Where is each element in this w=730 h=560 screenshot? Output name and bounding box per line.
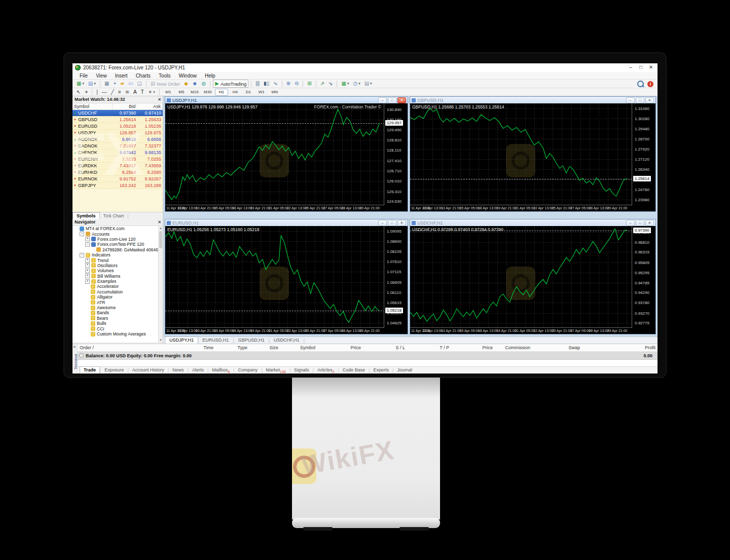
chart-close-icon[interactable]: ✕ xyxy=(645,220,654,226)
expert-advisors-button[interactable]: ☻ xyxy=(191,80,199,87)
channel-button[interactable]: ≡ xyxy=(117,89,123,96)
column-header-symbol[interactable]: Symbol xyxy=(72,103,113,109)
terminal-tab-news[interactable]: News xyxy=(169,367,188,374)
expand-icon[interactable]: + xyxy=(85,263,90,268)
tree-item-accelerator[interactable]: fAccelerator xyxy=(72,284,163,289)
market-watch-row-usdjpy[interactable]: ▼USDJPY129.957129.975 xyxy=(72,130,163,136)
terminal-tab-experts[interactable]: Experts xyxy=(370,367,393,374)
terminal-column-symbol[interactable]: Symbol xyxy=(280,344,317,351)
terminal-tab-code-base[interactable]: Code Base xyxy=(339,367,369,374)
balance-row[interactable]: Balance: 0.00 USD Equity: 0.00 Free marg… xyxy=(78,352,658,360)
navigator-button[interactable]: ▰ xyxy=(119,80,126,87)
chart-titlebar[interactable]: USDJPY,H1 – □ ✕ xyxy=(165,97,408,103)
price-axis[interactable]: 1.090951.086001.081051.076101.071151.066… xyxy=(384,226,408,328)
menu-item-insert[interactable]: Insert xyxy=(111,73,132,79)
bar-chart-button[interactable]: ||| xyxy=(254,80,261,87)
tree-item-forex-com-live-120[interactable]: +Forex.com-Live 120 xyxy=(72,237,163,242)
trendline-button[interactable]: ╱ xyxy=(110,89,116,96)
chart-close-icon[interactable]: ✕ xyxy=(397,97,406,103)
time-axis[interactable]: 11 Apr 202212 Apr 13:0013 Apr 21:0015 Ap… xyxy=(410,328,632,334)
chart-restore-icon[interactable]: □ xyxy=(636,97,644,103)
market-watch-button[interactable]: ▦ xyxy=(103,80,111,87)
market-watch-header[interactable]: Market Watch: 14:46:32 ✕ xyxy=(72,96,163,103)
indicators-up-button[interactable]: ⇗ xyxy=(319,80,326,87)
market-watch-row-eurdkk[interactable]: ▼EURDKK7.439177.43959 xyxy=(72,163,163,169)
market-watch-row-cadnok[interactable]: ▼CADNOK7.319977.32377 xyxy=(72,143,163,150)
chart-plot[interactable]: USDJPY,H1 129.876 129.998 129.846 129.95… xyxy=(165,103,384,205)
market-watch-row-gbpusd[interactable]: ▼GBPUSD1.256141.25633 xyxy=(72,117,163,123)
menu-item-view[interactable]: View xyxy=(92,73,111,79)
horizontal-line-button[interactable]: — xyxy=(100,89,108,96)
tree-item-cci[interactable]: fCCI xyxy=(72,326,163,331)
market-watch-row-eurnok[interactable]: ▼EURNOK9.917529.92267 xyxy=(72,176,163,182)
expand-icon[interactable]: + xyxy=(85,274,90,278)
zoom-in-button[interactable]: ⊕ xyxy=(285,80,292,87)
timeframe-button-w1[interactable]: W1 xyxy=(256,89,268,95)
expand-icon[interactable]: + xyxy=(85,279,90,284)
terminal-column-order[interactable]: Order / xyxy=(78,344,154,351)
terminal-tab-journal[interactable]: Journal xyxy=(393,367,416,374)
market-watch-row-chfnok[interactable]: ▲CHFNOK9.676429.68135 xyxy=(72,150,163,156)
tree-item-forex-comtest-ppe-120[interactable]: −Forex.comTest-PPE 120 xyxy=(72,242,163,247)
terminal-column-time[interactable]: Time xyxy=(154,344,215,351)
new-order-button[interactable]: ▤New Order xyxy=(149,80,181,87)
tree-item-custom-moving-averages[interactable]: fCustom Moving Averages xyxy=(72,331,163,337)
expand-icon[interactable]: + xyxy=(85,269,90,273)
chart-plot[interactable]: EURUSD,H1 1.05256 1.05273 1.05160 1.0521… xyxy=(165,226,384,328)
market-watch-row-eurhkd[interactable]: ▼EURHKD8.25648.2580 xyxy=(72,169,163,176)
timeframe-button-h4[interactable]: H4 xyxy=(229,89,241,95)
terminal-column-t-p[interactable]: T / P xyxy=(407,344,451,351)
time-axis[interactable]: 11 Apr 202212 Apr 13:0013 Apr 21:0015 Ap… xyxy=(165,328,384,334)
terminal-tab-trade[interactable]: Trade xyxy=(80,366,100,374)
tree-item-alligator[interactable]: fAlligator xyxy=(72,294,163,300)
collapse-icon[interactable]: − xyxy=(80,232,84,236)
terminal-column-commission[interactable]: Commission xyxy=(495,344,532,351)
chart-restore-icon[interactable]: □ xyxy=(388,220,396,226)
metaeditor-button[interactable]: ◆ xyxy=(182,80,190,87)
timeframe-button-mn[interactable]: MN xyxy=(269,89,281,95)
tree-item-bulls[interactable]: fBulls xyxy=(72,321,163,326)
tree-item-mt4-at-forex-com[interactable]: MT4 at FOREX.com xyxy=(72,226,163,231)
zoom-out-button[interactable]: ⊖ xyxy=(293,80,300,87)
timeframe-button-m1[interactable]: M1 xyxy=(162,89,174,95)
timeframe-button-h1[interactable]: H1 xyxy=(215,89,228,96)
terminal-column-price[interactable]: Price xyxy=(317,344,363,351)
chart-titlebar[interactable]: EURUSD,H1 – □ ✕ xyxy=(165,219,408,226)
tab-tick-chart[interactable]: Tick Chart xyxy=(100,213,128,219)
market-watch-row-usdchf[interactable]: ▲USDCHF0.973900.97410 xyxy=(72,110,163,117)
tree-item-bands[interactable]: fBands xyxy=(72,310,163,315)
title-bar[interactable]: 20638271: Forex.com-Live 120 - USDJPY,H1… xyxy=(72,63,658,72)
market-watch-row-audnok[interactable]: ▲AUDNOK6.66166.6656 xyxy=(72,136,163,143)
menu-item-file[interactable]: File xyxy=(76,73,92,79)
strategy-tester-button[interactable]: ◲ xyxy=(135,80,143,87)
text-button[interactable]: A xyxy=(132,89,138,96)
chart-minimize-icon[interactable]: – xyxy=(378,220,387,226)
terminal-tab-account-history[interactable]: Account History xyxy=(129,367,168,374)
chart-tab-usdchf-h1[interactable]: USDCHF,H1 xyxy=(270,337,304,344)
navigator-scrollbar[interactable]: ▲ ▼ xyxy=(158,226,163,343)
terminal-button[interactable]: ▭ xyxy=(127,80,134,87)
chart-minimize-icon[interactable]: – xyxy=(626,220,635,226)
terminal-tab-articles[interactable]: Articles2 xyxy=(314,367,338,374)
tree-item-bill-williams[interactable]: +fBill Williams xyxy=(72,274,163,279)
menu-item-window[interactable]: Window xyxy=(174,73,201,79)
terminal-tab-mailbox[interactable]: Mailbox6 xyxy=(208,367,233,374)
collapse-icon[interactable]: − xyxy=(85,242,90,247)
chart-restore-icon[interactable]: □ xyxy=(388,97,396,103)
search-icon[interactable] xyxy=(637,81,644,87)
crosshair-button[interactable]: + xyxy=(83,89,89,96)
tree-item-oscillators[interactable]: +fOscillators xyxy=(72,263,163,268)
terminal-close-icon[interactable]: ✕ xyxy=(73,345,76,349)
time-axis[interactable]: 11 Apr 202212 Apr 13:0013 Apr 21:0015 Ap… xyxy=(165,205,384,211)
chart-tab-gbpusd-h1[interactable]: GBPUSD,H1 xyxy=(234,337,269,344)
tree-item-accounts[interactable]: −Accounts xyxy=(72,231,163,236)
chart-tab-usdjpy-h1[interactable]: USDJPY,H1 xyxy=(165,337,198,344)
chart-tab-eurusd-h1[interactable]: EURUSD,H1 xyxy=(198,337,233,344)
chart-close-icon[interactable]: ✕ xyxy=(397,220,406,226)
label-button[interactable]: T xyxy=(139,89,145,96)
terminal-column-type[interactable]: Type xyxy=(215,344,249,351)
chart-titlebar[interactable]: USDCHF,H1 – □ ✕ xyxy=(410,219,655,226)
new-chart-button[interactable]: ▦▾ xyxy=(75,80,86,87)
tree-item-trend[interactable]: +fTrend xyxy=(72,257,163,263)
fibonacci-button[interactable]: ≋ xyxy=(124,89,131,96)
